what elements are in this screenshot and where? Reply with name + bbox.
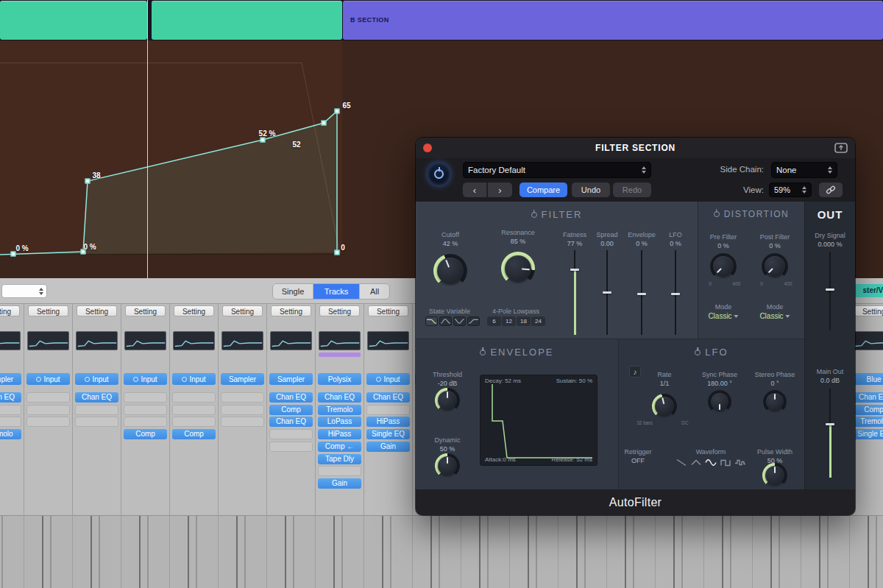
plugin-slot[interactable]: Chan EQ (0, 392, 21, 403)
fader-area[interactable] (461, 515, 509, 588)
eq-thumbnail[interactable] (853, 331, 883, 350)
lfo-wave-sine-icon[interactable] (705, 457, 717, 467)
plugin-slot[interactable]: Single EQ (366, 429, 410, 439)
plugin-slot[interactable]: Chan EQ (318, 392, 361, 403)
dynamic-knob[interactable] (435, 453, 460, 478)
empty-plugin-slot[interactable] (318, 466, 361, 476)
side-chain-dropdown[interactable]: None (771, 162, 837, 178)
empty-plugin-slot[interactable] (269, 442, 313, 452)
close-window-button[interactable] (423, 144, 432, 152)
plugin-slot[interactable]: Gain (318, 478, 361, 489)
input-slot-button[interactable]: Polysix (318, 373, 361, 385)
channel-setting-button[interactable]: Setting (174, 305, 214, 316)
filter-power-icon[interactable] (531, 212, 537, 218)
empty-plugin-slot[interactable] (26, 405, 70, 415)
threshold-knob[interactable] (435, 388, 460, 413)
lfo-wave-square-icon[interactable] (720, 457, 731, 467)
envelope-amount-slider[interactable] (636, 250, 647, 335)
plugin-slot[interactable]: Gain (366, 442, 410, 452)
plugin-slot[interactable]: Comp (124, 429, 167, 439)
midi-fx-bar[interactable] (319, 353, 361, 357)
fader-area[interactable] (121, 515, 169, 588)
fader-area[interactable] (170, 515, 218, 588)
empty-plugin-slot[interactable] (0, 405, 21, 415)
pulse-width-knob[interactable] (762, 463, 787, 488)
empty-plugin-slot[interactable] (221, 392, 264, 403)
slope-6db-button[interactable]: 6 (487, 316, 501, 326)
tab-tracks[interactable]: Tracks (313, 284, 360, 299)
input-slot-button[interactable]: Sampler (0, 373, 21, 385)
plugin-slot[interactable]: Comp (269, 405, 313, 415)
link-button[interactable] (819, 183, 843, 197)
channel-setting-button[interactable]: Setting (319, 305, 360, 316)
input-slot-button[interactable]: Sampler (269, 373, 313, 385)
fader-area[interactable] (704, 515, 752, 588)
plugin-slot[interactable]: Tremolo (318, 405, 361, 415)
pre-mode-select[interactable]: Classic (708, 312, 738, 320)
slope-24db-button[interactable]: 24 (531, 316, 545, 326)
empty-plugin-slot[interactable] (269, 429, 313, 439)
fader-area[interactable] (801, 515, 849, 588)
plugin-slot[interactable]: Tape Dly (318, 454, 361, 464)
empty-plugin-slot[interactable] (124, 405, 167, 415)
channel-setting-button[interactable]: Setting (222, 305, 263, 316)
plugin-slot[interactable]: HiPass (366, 417, 410, 427)
lfo-wave-saw-icon[interactable] (675, 457, 687, 467)
lfo-wave-random-icon[interactable] (734, 457, 746, 467)
channel-setting-button[interactable]: Setting (854, 305, 883, 316)
empty-plugin-slot[interactable] (221, 417, 264, 427)
distortion-power-icon[interactable] (714, 211, 720, 217)
main-out-slider[interactable] (825, 389, 835, 478)
redo-button[interactable]: Redo (613, 183, 651, 197)
view-zoom-dropdown[interactable]: 59% (769, 183, 812, 197)
undo-button[interactable]: Undo (572, 183, 610, 197)
fader-area[interactable] (316, 515, 364, 588)
channel-setting-button[interactable]: Setting (28, 305, 68, 316)
slope-18db-button[interactable]: 18 (517, 316, 531, 326)
input-slot-button[interactable]: Sampler (221, 373, 264, 385)
fader-area[interactable] (267, 515, 315, 588)
retrigger-value[interactable]: OFF (631, 457, 645, 464)
empty-plugin-slot[interactable] (124, 392, 167, 403)
filter-shape-notch-button[interactable] (453, 316, 466, 326)
filter-shape-lowpass-button[interactable] (425, 316, 438, 326)
eq-thumbnail[interactable] (270, 331, 312, 350)
fader-area[interactable] (753, 515, 801, 588)
filter-shape-highpass-button[interactable] (467, 316, 480, 326)
input-slot-button[interactable]: Input (26, 373, 70, 385)
empty-plugin-slot[interactable] (172, 392, 216, 403)
fader-area[interactable] (607, 515, 655, 588)
move-to-window-icon[interactable] (834, 143, 848, 153)
plugin-slot[interactable]: Comp (852, 405, 883, 415)
plugin-slot[interactable]: Tremolo (0, 429, 21, 439)
fader-area[interactable] (850, 515, 883, 588)
empty-plugin-slot[interactable] (221, 405, 264, 415)
input-slot-button[interactable]: Input (366, 373, 410, 385)
fader-area[interactable] (219, 515, 266, 588)
plugin-slot[interactable]: Chan EQ (852, 392, 883, 403)
empty-plugin-slot[interactable] (75, 405, 118, 415)
lfo-wave-triangle-icon[interactable] (690, 457, 702, 467)
plugin-slot[interactable]: Tremolo (852, 417, 883, 427)
fader-area[interactable] (24, 515, 72, 588)
empty-plugin-slot[interactable] (172, 417, 216, 427)
input-slot-button[interactable]: Input (75, 373, 118, 385)
empty-plugin-slot[interactable] (26, 392, 70, 403)
rate-knob[interactable] (652, 394, 677, 419)
fader-area[interactable] (558, 515, 606, 588)
resonance-knob[interactable] (501, 252, 535, 286)
fader-area[interactable] (510, 515, 558, 588)
empty-plugin-slot[interactable] (124, 417, 167, 427)
empty-plugin-slot[interactable] (366, 405, 410, 415)
lfo-power-icon[interactable] (695, 350, 701, 355)
master-track-tab[interactable]: ster/VC (852, 284, 883, 297)
compare-button[interactable]: Compare (519, 183, 567, 197)
fader-area[interactable] (413, 515, 461, 588)
eq-thumbnail[interactable] (124, 331, 166, 350)
pre-filter-knob[interactable] (710, 253, 737, 280)
fader-area[interactable] (656, 515, 703, 588)
post-filter-knob[interactable] (762, 253, 788, 280)
eq-thumbnail[interactable] (27, 331, 69, 350)
next-preset-button[interactable]: › (488, 183, 512, 197)
slope-12db-button[interactable]: 12 (502, 316, 516, 326)
